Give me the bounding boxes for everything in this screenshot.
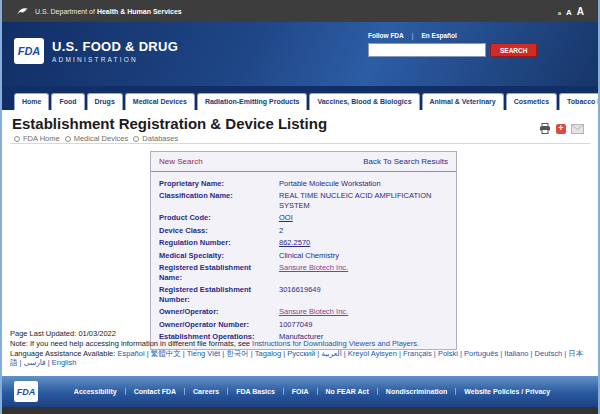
tab-animal-veterinary[interactable]: Animal & Veterinary bbox=[422, 93, 504, 110]
page-title: Establishment Registration & Device List… bbox=[12, 115, 327, 132]
hhs-eagle-icon bbox=[16, 5, 29, 17]
share-icon[interactable]: + bbox=[556, 124, 566, 134]
row-value: 2 bbox=[279, 226, 448, 236]
row-label: Registered Establishment Name: bbox=[159, 263, 279, 282]
language-label: Language Assistance Available: bbox=[10, 349, 117, 358]
footer-link-careers[interactable]: Careers bbox=[184, 388, 227, 395]
print-icon[interactable] bbox=[539, 120, 551, 138]
row-label: Device Class: bbox=[159, 226, 279, 236]
row-value: 10077049 bbox=[279, 320, 448, 330]
search-area: SEARCH bbox=[368, 43, 543, 57]
hhs-topbar: U.S. Department of Health & Human Servic… bbox=[2, 0, 598, 22]
email-icon[interactable] bbox=[571, 120, 584, 138]
header-link-separator: | bbox=[412, 32, 414, 39]
font-size-small-button[interactable]: a bbox=[558, 10, 561, 16]
fda-brand[interactable]: FDA U.S. FOOD & DRUG ADMINISTRATION bbox=[14, 38, 178, 64]
breadcrumb-label: FDA Home bbox=[23, 134, 60, 143]
fda-title-line1: U.S. FOOD & DRUG bbox=[52, 39, 178, 54]
product-code-link[interactable]: OOI bbox=[279, 213, 448, 223]
footer-link-contact-fda[interactable]: Contact FDA bbox=[125, 388, 184, 395]
tab-cosmetics[interactable]: Cosmetics bbox=[506, 93, 557, 110]
detail-row-product-code: Product Code: OOI bbox=[159, 212, 448, 225]
row-label: Regulation Number: bbox=[159, 238, 279, 248]
breadcrumb-label: Databases bbox=[142, 134, 178, 143]
search-input[interactable] bbox=[368, 43, 486, 57]
header-utility: Follow FDA | En Español SEARCH bbox=[368, 32, 543, 57]
footer-link-fda-basics[interactable]: FDA Basics bbox=[227, 388, 283, 395]
breadcrumb-medical-devices[interactable]: Medical Devices bbox=[65, 134, 129, 143]
breadcrumb-bullet-icon bbox=[133, 136, 139, 142]
title-divider bbox=[10, 143, 590, 144]
tab-drugs[interactable]: Drugs bbox=[87, 93, 123, 110]
breadcrumb-bullet-icon bbox=[14, 136, 20, 142]
device-detail-box: New Search Back To Search Results Propri… bbox=[150, 151, 457, 350]
font-size-controls: a A A bbox=[558, 6, 584, 17]
row-label: Proprietary Name: bbox=[159, 179, 279, 189]
tab-vaccines-blood-biologics[interactable]: Vaccines, Blood & Biologics bbox=[309, 93, 419, 110]
detail-box-body: Proprietary Name: Portable Molecule Work… bbox=[151, 172, 456, 349]
detail-row-registered-establishment-name: Registered Establishment Name: Sansure B… bbox=[159, 262, 448, 284]
tab-tobacco-products[interactable]: Tobacco Products bbox=[559, 93, 600, 110]
breadcrumb: FDA Home Medical Devices Databases bbox=[14, 134, 178, 143]
registered-establishment-name-link[interactable]: Sansure Biotech Inc. bbox=[279, 263, 448, 282]
main-nav: Home Food Drugs Medical Devices Radiatio… bbox=[2, 86, 598, 110]
fda-brand-text: U.S. FOOD & DRUG ADMINISTRATION bbox=[52, 39, 178, 63]
footer-link-website-policies[interactable]: Website Policies / Privacy bbox=[455, 388, 558, 395]
breadcrumb-databases[interactable]: Databases bbox=[133, 134, 178, 143]
row-value: REAL TIME NUCLEIC ACID AMPLIFICATION SYS… bbox=[279, 191, 448, 210]
breadcrumb-bullet-icon bbox=[65, 136, 71, 142]
regulation-number-link[interactable]: 862.2570 bbox=[279, 238, 448, 248]
detail-row-proprietary-name: Proprietary Name: Portable Molecule Work… bbox=[159, 177, 448, 190]
owner-operator-link[interactable]: Sansure Biotech Inc. bbox=[279, 307, 448, 317]
row-label: Owner/Operator Number: bbox=[159, 320, 279, 330]
follow-fda-link[interactable]: Follow FDA bbox=[368, 32, 404, 39]
footer-link-foia[interactable]: FOIA bbox=[283, 388, 317, 395]
footer-link-no-fear-act[interactable]: No FEAR Act bbox=[317, 388, 377, 395]
search-button[interactable]: SEARCH bbox=[490, 43, 537, 57]
header-links: Follow FDA | En Español bbox=[368, 32, 543, 39]
language-assistance-line: Language Assistance Available: Español |… bbox=[10, 349, 590, 369]
font-size-large-button[interactable]: A bbox=[577, 6, 584, 17]
detail-row-registered-establishment-number: Registered Establishment Number: 3016619… bbox=[159, 284, 448, 306]
note-text: Note: If you need help accessing informa… bbox=[10, 339, 252, 348]
tab-home[interactable]: Home bbox=[14, 93, 49, 110]
hhs-agency-label: U.S. Department of Health & Human Servic… bbox=[35, 8, 182, 15]
en-espanol-link[interactable]: En Español bbox=[421, 32, 456, 39]
fda-logo[interactable]: FDA bbox=[14, 38, 44, 64]
row-value: Portable Molecule Workstation bbox=[279, 179, 448, 189]
footer-links: Accessibility Contact FDA Careers FDA Ba… bbox=[38, 388, 586, 395]
page-action-icons: + bbox=[539, 120, 584, 138]
row-value: 3016619649 bbox=[279, 285, 448, 304]
footer-notes: Page Last Updated: 01/03/2022 Note: If y… bbox=[10, 329, 590, 368]
detail-row-device-class: Device Class: 2 bbox=[159, 224, 448, 237]
footer-bar: FDA Accessibility Contact FDA Careers FD… bbox=[2, 376, 598, 407]
fda-title-line2: ADMINISTRATION bbox=[52, 56, 178, 63]
detail-row-classification-name: Classification Name: REAL TIME NUCLEIC A… bbox=[159, 190, 448, 212]
main-content: Establishment Registration & Device List… bbox=[2, 110, 598, 376]
breadcrumb-fda-home[interactable]: FDA Home bbox=[14, 134, 60, 143]
tab-medical-devices[interactable]: Medical Devices bbox=[125, 93, 195, 110]
fda-page: U.S. Department of Health & Human Servic… bbox=[0, 0, 600, 414]
detail-row-medical-specialty: Medical Specialty: Clinical Chemistry bbox=[159, 249, 448, 262]
window-bottom-edge bbox=[2, 407, 598, 414]
row-label: Medical Specialty: bbox=[159, 251, 279, 261]
row-label: Owner/Operator: bbox=[159, 307, 279, 317]
tab-radiation-emitting-products[interactable]: Radiation-Emitting Products bbox=[197, 93, 308, 110]
row-label: Classification Name: bbox=[159, 191, 279, 210]
back-to-search-results-link[interactable]: Back To Search Results bbox=[363, 157, 448, 166]
last-updated-text: Page Last Updated: 01/03/2022 bbox=[10, 329, 590, 339]
breadcrumb-label: Medical Devices bbox=[74, 134, 129, 143]
row-label: Registered Establishment Number: bbox=[159, 285, 279, 304]
footer-link-accessibility[interactable]: Accessibility bbox=[66, 388, 125, 395]
footer-fda-logo[interactable]: FDA bbox=[14, 381, 38, 402]
tab-food[interactable]: Food bbox=[51, 93, 84, 110]
footer-link-nondiscrimination[interactable]: Nondiscrimination bbox=[377, 388, 455, 395]
row-label: Product Code: bbox=[159, 213, 279, 223]
detail-row-regulation-number: Regulation Number: 862.2570 bbox=[159, 237, 448, 250]
downloading-viewers-link[interactable]: Instructions for Downloading Viewers and… bbox=[252, 339, 419, 348]
detail-box-header: New Search Back To Search Results bbox=[151, 152, 456, 172]
detail-row-owner-operator: Owner/Operator: Sansure Biotech Inc. bbox=[159, 306, 448, 319]
font-size-medium-button[interactable]: A bbox=[566, 8, 572, 17]
note-line: Note: If you need help accessing informa… bbox=[10, 339, 590, 349]
new-search-link[interactable]: New Search bbox=[159, 157, 203, 166]
